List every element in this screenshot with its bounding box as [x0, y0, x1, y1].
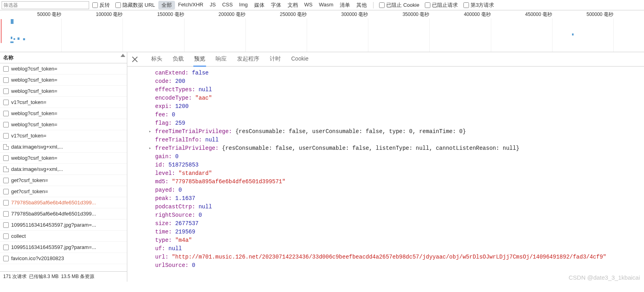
type-filter-fetch/xhr[interactable]: Fetch/XHR: [175, 1, 207, 10]
request-list[interactable]: weblog?csrf_token=weblog?csrf_token=webl…: [0, 63, 127, 271]
preview-line: id: 518725853: [139, 161, 644, 169]
document-icon: [3, 245, 9, 250]
document-icon: [3, 88, 9, 94]
type-filter-媒体[interactable]: 媒体: [251, 1, 268, 10]
request-row[interactable]: weblog?csrf_token=: [0, 119, 127, 130]
tab-3[interactable]: 响应: [215, 52, 228, 67]
request-row[interactable]: 109951163416453597.jpg?param=...: [0, 242, 127, 253]
type-filter-css[interactable]: CSS: [219, 1, 236, 10]
document-icon: [3, 155, 9, 161]
type-filter-其他[interactable]: 其他: [353, 1, 370, 10]
request-row[interactable]: weblog?csrf_token=: [0, 74, 127, 86]
type-filter-ws[interactable]: WS: [301, 1, 316, 10]
invert-checkbox[interactable]: 反转: [92, 2, 110, 9]
request-row[interactable]: data:image/svg+xml,...: [0, 164, 127, 175]
request-row[interactable]: v1?csrf_token=: [0, 130, 127, 141]
request-row[interactable]: data:image/svg+xml,...: [0, 141, 127, 153]
timeline-label: 150000 毫秒: [157, 11, 184, 18]
request-name: weblog?csrf_token=: [11, 88, 57, 94]
tab-4[interactable]: 发起程序: [236, 52, 260, 67]
timeline-label: 200000 毫秒: [218, 11, 245, 18]
preview-line: payed: 0: [139, 186, 644, 194]
request-row[interactable]: get?csrf_token=: [0, 186, 127, 197]
status-bar: 171 次请求 已传输8.3 MB 13.5 MB 条资源: [0, 271, 127, 282]
third-party-checkbox[interactable]: 第3方请求: [463, 2, 494, 9]
preview-line: effectTypes: null: [139, 86, 644, 94]
timeline-label: 300000 毫秒: [341, 11, 368, 18]
document-icon: [3, 100, 9, 105]
preview-line: time: 219569: [139, 228, 644, 236]
document-icon: [3, 233, 9, 239]
type-filter-字体[interactable]: 字体: [268, 1, 284, 10]
request-name: 109951163416453597.jpg?param=...: [11, 244, 96, 250]
separator: [373, 2, 374, 8]
preview-pane[interactable]: canExtend: falsecode: 200effectTypes: nu…: [127, 67, 644, 282]
request-name: v1?csrf_token=: [11, 133, 47, 139]
type-filters: 全部Fetch/XHRJSCSSImg媒体字体文档WSWasm清单其他: [158, 1, 370, 10]
status-requests: 171 次请求: [3, 273, 27, 280]
blocked-requests-checkbox[interactable]: 已阻止请求: [425, 2, 458, 9]
request-row[interactable]: v1?csrf_token=: [0, 97, 127, 108]
request-row[interactable]: weblog?csrf_token=: [0, 153, 127, 164]
request-row[interactable]: weblog?csrf_token=: [0, 86, 127, 97]
preview-line: flag: 259: [139, 119, 644, 127]
tab-5[interactable]: 计时: [269, 52, 282, 67]
document-icon: [3, 211, 9, 217]
preview-line: gain: 0: [139, 153, 644, 161]
type-filter-js[interactable]: JS: [206, 1, 219, 10]
timeline-label: 500000 毫秒: [587, 11, 613, 18]
preview-line: peak: 1.1637: [139, 194, 644, 203]
detail-panel: 标头负载预览响应发起程序计时Cookie canExtend: falsecod…: [127, 52, 644, 282]
request-row[interactable]: weblog?csrf_token=: [0, 63, 127, 74]
timeline-label: 250000 毫秒: [280, 11, 307, 18]
request-row[interactable]: favicon.ico?v20180823: [0, 253, 127, 264]
request-row[interactable]: weblog?csrf_token=: [0, 108, 127, 119]
document-icon: [3, 222, 9, 228]
request-row[interactable]: 779785ba895af6e6b4dfe6501d399...: [0, 197, 127, 208]
tab-1[interactable]: 负载: [172, 52, 185, 67]
status-transferred: 已传输8.3 MB: [29, 273, 58, 280]
preview-line: code: 200: [139, 77, 644, 86]
preview-line: level: "standard": [139, 169, 644, 178]
detail-tabs: 标头负载预览响应发起程序计时Cookie: [127, 52, 644, 67]
request-name: weblog?csrf_token=: [11, 122, 57, 127]
close-icon[interactable]: [131, 56, 138, 63]
preview-line[interactable]: freeTrialPrivilege: {resConsumable: fals…: [139, 144, 644, 153]
preview-line: expi: 1200: [139, 102, 644, 111]
timeline-label: 50000 毫秒: [37, 11, 61, 18]
timeline-overview[interactable]: 50000 毫秒100000 毫秒150000 毫秒200000 毫秒25000…: [0, 10, 644, 52]
preview-line: podcastCtrp: null: [139, 203, 644, 211]
type-filter-wasm[interactable]: Wasm: [316, 1, 337, 10]
type-filter-全部[interactable]: 全部: [158, 1, 175, 10]
request-name: get?csrf_token=: [11, 188, 48, 194]
request-list-header[interactable]: 名称: [0, 52, 127, 63]
type-filter-文档[interactable]: 文档: [284, 1, 301, 10]
document-icon: [3, 178, 9, 183]
preview-line[interactable]: freeTimeTrialPrivilege: {resConsumable: …: [139, 127, 644, 136]
request-row[interactable]: 109951163416453597.jpg?param=...: [0, 219, 127, 231]
file-icon: [3, 167, 9, 172]
filter-input[interactable]: [2, 1, 89, 9]
request-name: get?csrf_token=: [11, 177, 48, 183]
request-name: data:image/svg+xml,...: [11, 166, 63, 172]
document-icon: [3, 122, 9, 127]
request-row[interactable]: 779785ba895af6e6b4dfe6501d399...: [0, 208, 127, 219]
timeline-label: 450000 毫秒: [525, 11, 552, 18]
preview-line: uf: null: [139, 245, 644, 253]
request-name: weblog?csrf_token=: [11, 66, 57, 72]
request-name: 779785ba895af6e6b4dfe6501d399...: [11, 200, 96, 206]
document-icon: [3, 189, 9, 194]
preview-line: rightSource: 0: [139, 211, 644, 219]
request-name: v1?csrf_token=: [11, 99, 47, 105]
request-row[interactable]: collect: [0, 231, 127, 242]
request-name: weblog?csrf_token=: [11, 155, 57, 161]
type-filter-img[interactable]: Img: [236, 1, 251, 10]
hide-data-urls-checkbox[interactable]: 隐藏数据 URL: [115, 2, 155, 9]
tab-0[interactable]: 标头: [150, 52, 163, 67]
blocked-cookies-checkbox[interactable]: 已阻止 Cookie: [379, 2, 419, 9]
preview-line: size: 2677537: [139, 219, 644, 228]
tab-2[interactable]: 预览: [193, 52, 206, 67]
request-row[interactable]: get?csrf_token=: [0, 175, 127, 186]
tab-6[interactable]: Cookie: [290, 52, 309, 67]
type-filter-清单[interactable]: 清单: [337, 1, 353, 10]
